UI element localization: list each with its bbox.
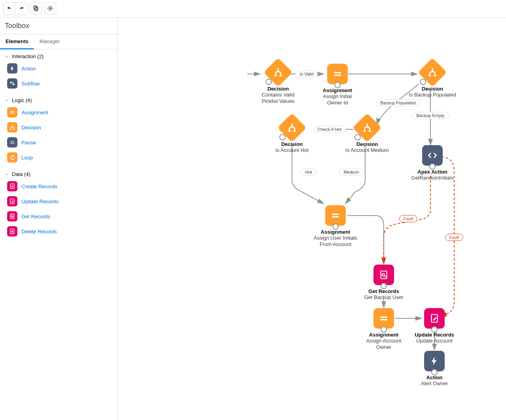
toolbox-tabs: Elements Manager (0, 34, 117, 49)
node-decision-medium[interactable]: Decision Is Account Medium (343, 117, 391, 153)
edge-label-fault-2[interactable]: Fault (445, 234, 463, 241)
palette-item-label: Update Records (21, 199, 59, 204)
palette-item-decision[interactable]: Decision (0, 120, 117, 135)
palette-item-label: Get Records (21, 214, 50, 219)
svg-text:Zz: Zz (10, 140, 14, 144)
undo-icon (6, 6, 13, 12)
clipboard-search-icon (379, 270, 389, 280)
node-decision-contains[interactable]: Decision Contains Valid Picklist Values (256, 62, 300, 104)
toolbox-sidebar: Toolbox Elements Manager Interaction (2)… (0, 18, 118, 420)
palette-item-label: Decision (21, 125, 41, 131)
svg-rect-0 (35, 7, 38, 11)
palette-item-label: Pause (21, 140, 36, 146)
redo-icon (18, 6, 25, 12)
edit-schedule-link[interactable]: Edit (234, 69, 243, 75)
palette-item-delete-records[interactable]: Delete Records (0, 224, 117, 239)
section-head-logic[interactable]: Logic (4) (0, 93, 117, 105)
subflow-icon (7, 78, 17, 89)
undo-button[interactable] (4, 3, 15, 15)
edge-label-backup-empty[interactable]: Backup Empty (412, 112, 449, 119)
section-head-interaction[interactable]: Interaction (2) (0, 49, 117, 61)
palette-item-label: Delete Records (21, 229, 57, 235)
edge-label-check-if-hot[interactable]: Check if Hot (313, 126, 346, 133)
palette-item-subflow[interactable]: Subflow (0, 76, 117, 91)
svg-rect-1 (34, 6, 37, 9)
tab-manager[interactable]: Manager (34, 34, 65, 49)
palette-item-label: Assignment (21, 110, 48, 115)
history-button-group (3, 2, 28, 15)
node-get-records[interactable]: Get Records Get Backup User (362, 265, 406, 301)
svg-rect-4 (13, 84, 15, 85)
node-decision-backup[interactable]: Decision Is Backup Populated (407, 62, 458, 98)
branch-icon (7, 122, 17, 132)
equals-icon (332, 69, 343, 79)
chevron-down-icon (5, 54, 9, 59)
edge-label-fault-1[interactable]: Fault (399, 215, 417, 222)
palette-item-loop[interactable]: Loop (0, 150, 117, 165)
branch-icon (362, 123, 372, 133)
redo-button[interactable] (15, 3, 27, 15)
code-icon (427, 150, 438, 161)
palette-item-update-records[interactable]: Update Records (0, 194, 117, 209)
clipboard-edit-icon (429, 313, 440, 324)
toolbox-title: Toolbox (0, 18, 117, 34)
copy-button[interactable] (30, 2, 42, 14)
edge-label-medium[interactable]: Medium (339, 168, 363, 176)
clip-search-icon (7, 211, 17, 221)
palette-item-pause[interactable]: ZzPause (0, 135, 117, 150)
start-title: Start (153, 47, 243, 55)
branch-icon (427, 67, 438, 78)
branch-icon (287, 123, 297, 133)
zz-icon: Zz (7, 137, 17, 148)
clip-pen-icon (7, 196, 17, 206)
top-toolbar (0, 0, 506, 18)
palette-item-label: Action (21, 66, 36, 72)
start-row-object[interactable]: Object: Account Record Conditions: 2 app… (148, 90, 248, 108)
flow-canvas[interactable]: Start Schedule-Triggered Flow Flow Start… (118, 18, 506, 420)
bolt-icon (7, 63, 17, 74)
edge-label-backup-populated[interactable]: Backup Populated (376, 99, 420, 106)
section-head-data[interactable]: Data (4) (0, 167, 117, 179)
equals-icon (330, 210, 341, 221)
palette-item-label: Create Records (21, 184, 57, 189)
equals-icon (379, 313, 389, 324)
start-card[interactable]: Start Schedule-Triggered Flow Flow Start… (148, 37, 248, 109)
node-assignment-owner[interactable]: Assignment Assign Account Owner (362, 308, 406, 350)
svg-rect-3 (10, 82, 12, 83)
edge-label-hot[interactable]: Hot (301, 168, 316, 176)
palette-item-label: Loop (21, 155, 33, 161)
svg-point-13 (382, 274, 385, 276)
tab-elements[interactable]: Elements (0, 34, 34, 49)
clip-x-icon (7, 226, 17, 236)
start-subtitle: Schedule-Triggered Flow (153, 55, 243, 61)
node-update-records[interactable]: Update Records Update Account (413, 308, 456, 344)
node-action-alert[interactable]: Action Alert Owner (413, 351, 456, 387)
bolt-icon (429, 356, 440, 366)
clip-plus-icon (7, 181, 17, 191)
svg-point-2 (49, 8, 51, 9)
node-apex-action[interactable]: Apex Action GetRandomInitials (409, 145, 456, 181)
palette-item-create-records[interactable]: Create Records (0, 179, 117, 194)
start-row-schedule[interactable]: Flow Starts: Thu, Jun 25, 2020 12:0… Fre… (148, 65, 248, 90)
palette-item-assignment[interactable]: Assignment (0, 105, 117, 120)
chevron-down-icon (5, 172, 9, 177)
node-assignment-initials[interactable]: Assignment Assign User Initials From Acc… (310, 205, 361, 247)
svg-point-9 (11, 216, 13, 217)
edit-object-link[interactable]: Edit (234, 93, 243, 99)
gear-icon (47, 5, 53, 11)
loop-icon (7, 152, 17, 163)
equals-icon (7, 107, 17, 117)
copy-icon (33, 5, 39, 11)
settings-button[interactable] (44, 2, 56, 14)
node-assignment-initial[interactable]: Assignment Assign Initial Owner Id (316, 64, 359, 106)
palette-item-label: Subflow (21, 81, 40, 87)
chevron-down-icon (5, 98, 9, 103)
palette-item-get-records[interactable]: Get Records (0, 209, 117, 224)
node-decision-hot[interactable]: Decision Is Account Hot (270, 117, 314, 153)
palette-item-action[interactable]: Action (0, 61, 117, 76)
branch-icon (273, 67, 283, 78)
